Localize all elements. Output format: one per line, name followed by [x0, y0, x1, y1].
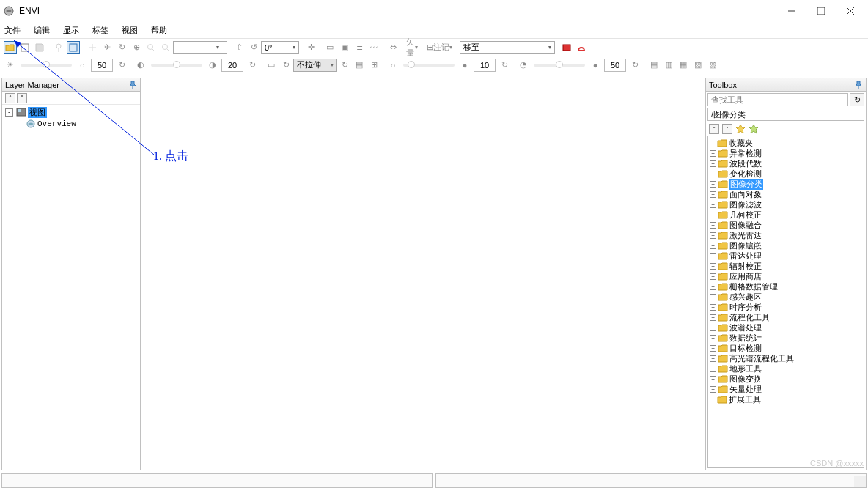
pan-button[interactable] [86, 41, 99, 54]
toolbox-item[interactable]: +激光雷达 [710, 230, 862, 240]
brightness-button[interactable]: ☀ [4, 59, 17, 72]
toolbox-breadcrumb[interactable]: /图像分类 [707, 108, 864, 121]
expand-icon[interactable]: + [710, 386, 716, 393]
expand-icon[interactable]: + [710, 150, 716, 157]
zoom-combo[interactable]: ▾ [173, 41, 227, 54]
goto-combo[interactable]: 移至▾ [460, 41, 555, 54]
menu-display[interactable]: 显示 [63, 25, 79, 36]
stretch-refresh[interactable]: ↻ [338, 59, 351, 72]
north-up-button[interactable]: ⇧ [232, 41, 246, 54]
favorite-icon[interactable] [735, 124, 746, 134]
expand-icon[interactable]: + [710, 335, 716, 341]
toolbox-item[interactable]: +雷达处理 [710, 251, 862, 261]
toolbox-item[interactable]: +栅格数据管理 [710, 281, 862, 292]
toolbox-item[interactable]: +波段代数 [710, 158, 862, 169]
stop-record-button[interactable] [575, 41, 588, 54]
canvas-panel[interactable]: 1. 点击 [144, 78, 702, 470]
toolbox-item[interactable]: +辐射校正 [710, 261, 862, 271]
expand-icon[interactable]: + [710, 243, 716, 249]
collapse-up-button[interactable]: ˄ [5, 93, 15, 103]
annotation-dropdown[interactable]: ⊞注记▾ [424, 41, 455, 54]
toolbox-item[interactable]: +应用商店 [710, 271, 862, 281]
toolbox-item[interactable]: +时序分析 [710, 302, 862, 312]
brightness-reset[interactable]: ○ [76, 59, 89, 72]
vector-button[interactable]: 矢量▾ [405, 41, 419, 54]
brightness-value[interactable]: 50 [91, 59, 113, 72]
expand-icon[interactable]: + [710, 314, 716, 321]
toolbox-item[interactable]: +感兴趣区 [710, 292, 862, 302]
toolbox-item[interactable]: +目标检测 [710, 343, 862, 353]
rotation-combo[interactable]: 0°▾ [261, 41, 299, 54]
toolbox-item[interactable]: +几何校正 [710, 210, 862, 220]
toolbox-item[interactable]: +波谱处理 [710, 322, 862, 333]
view-split-button[interactable]: ▨ [706, 59, 719, 72]
toolbox-item[interactable]: +高光谱流程化工具 [710, 353, 862, 363]
cursor-value-button[interactable] [52, 41, 65, 54]
zoom-to-button[interactable]: ⊕ [130, 41, 143, 54]
select-button[interactable] [67, 41, 80, 54]
layers-button[interactable]: ≣ [353, 41, 366, 54]
toolbox-item[interactable]: +变化检测 [710, 169, 862, 179]
expand-icon[interactable]: + [710, 222, 716, 229]
menu-file[interactable]: 文件 [4, 25, 21, 36]
blend-button[interactable]: ▦ [677, 59, 690, 72]
maximize-button[interactable] [806, 1, 836, 21]
roi-refresh[interactable]: ↻ [279, 59, 293, 72]
toolbox-item[interactable]: +图像镶嵌 [710, 240, 862, 251]
expand-icon[interactable]: + [710, 232, 716, 239]
expand-icon[interactable]: + [710, 160, 716, 167]
brightness-slider[interactable] [21, 64, 72, 67]
toolbox-item[interactable]: +图像滤波 [710, 199, 862, 210]
open-button[interactable] [4, 41, 17, 54]
transparency-value[interactable]: 50 [604, 59, 626, 72]
transparency-max[interactable]: ● [589, 59, 602, 72]
rotate-button[interactable]: ↻ [115, 41, 128, 54]
sharpen-value[interactable]: 10 [474, 59, 496, 72]
fly-button[interactable]: ✈ [100, 41, 114, 54]
toolbox-item[interactable]: +图像融合 [710, 220, 862, 230]
toolbox-item[interactable]: +数据统计 [710, 333, 862, 343]
expand-icon[interactable]: + [710, 355, 716, 362]
region-button[interactable]: ▭ [323, 41, 336, 54]
close-button[interactable] [836, 1, 865, 21]
collapse-down-button[interactable]: ˅ [17, 93, 27, 103]
expand-icon[interactable]: + [710, 273, 716, 280]
expand-icon[interactable]: + [710, 345, 716, 352]
zoom-fit-button[interactable] [159, 41, 172, 54]
expand-icon[interactable]: + [710, 202, 716, 208]
toolbox-item[interactable]: +异常检测 [710, 148, 862, 158]
contrast-value[interactable]: 20 [221, 59, 243, 72]
toolbox-item[interactable]: 扩展工具 [710, 394, 862, 404]
data-manager-button[interactable] [18, 41, 32, 54]
minimize-button[interactable] [777, 1, 806, 21]
expand-icon[interactable]: + [710, 212, 716, 218]
contrast-slider[interactable] [151, 64, 202, 67]
toolbox-item[interactable]: +面向对象 [710, 189, 862, 199]
menu-edit[interactable]: 编辑 [34, 25, 50, 36]
swipe-button[interactable]: ▥ [662, 59, 675, 72]
contrast-button[interactable]: ◐ [134, 59, 147, 72]
menu-view[interactable]: 视图 [122, 25, 138, 36]
sharpen-refresh[interactable]: ↻ [498, 59, 511, 72]
unfavorite-icon[interactable] [749, 124, 759, 134]
search-input[interactable] [707, 93, 848, 106]
portal-button[interactable]: ▤ [647, 59, 661, 72]
pin-icon[interactable] [128, 81, 137, 89]
search-go-button[interactable]: ↻ [850, 93, 864, 106]
toolbox-item[interactable]: +图像变换 [710, 374, 862, 384]
expand-icon[interactable]: - [5, 108, 13, 117]
expand-icon[interactable]: + [710, 263, 716, 270]
brightness-refresh[interactable]: ↻ [115, 59, 128, 72]
toolbox-item[interactable]: +矢量处理 [710, 384, 862, 394]
chip-button[interactable]: ▣ [338, 41, 351, 54]
transparency-slider[interactable] [534, 64, 585, 67]
toolbox-item[interactable]: 收藏夹 [710, 138, 862, 148]
roi-button[interactable]: ▭ [265, 59, 278, 72]
expand-icon[interactable]: + [710, 253, 716, 259]
expand-icon[interactable]: + [710, 171, 716, 177]
expand-icon[interactable]: + [710, 304, 716, 311]
sharpen-max[interactable]: ● [458, 59, 471, 72]
link-button[interactable]: ⇔ [386, 41, 400, 54]
rotate-reset-button[interactable]: ↺ [247, 41, 260, 54]
record-button[interactable] [560, 41, 573, 54]
